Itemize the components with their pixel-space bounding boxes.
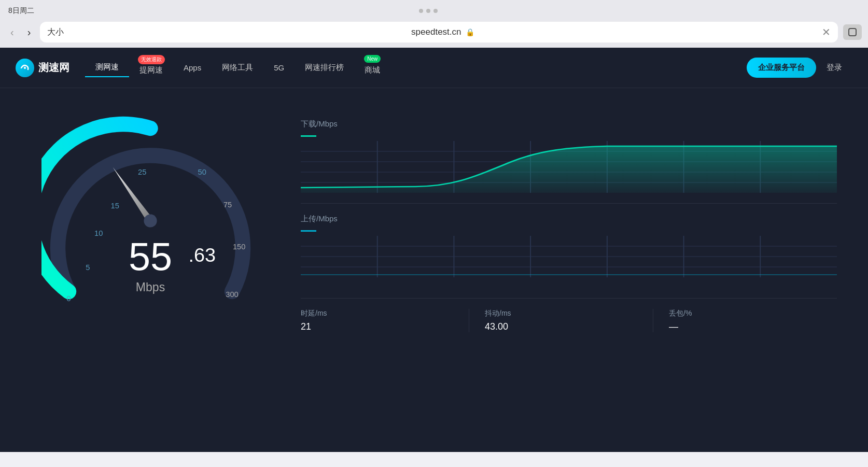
svg-text:10: 10 [94,229,103,237]
site-logo[interactable]: 测速网 [16,59,69,77]
latency-value: 21 [301,321,453,332]
upload-line-indicator [301,230,316,232]
status-bar: 8日周二 placeholder [0,4,868,19]
download-section: 下载/Mbps [301,109,837,204]
forward-button[interactable]: › [23,25,35,39]
nav-item-apps[interactable]: Apps [173,59,212,76]
latency-stat: 时延/ms 21 [301,309,469,332]
badge-invalid-refund: 无效退款 [138,55,165,64]
login-button[interactable]: 登录 [816,59,852,77]
close-button[interactable]: ✕ [822,26,831,38]
nav-item-ranking[interactable]: 网速排行榜 [295,59,354,77]
nav-item-improve[interactable]: 无效退款 提网速 [129,56,173,79]
svg-text:15: 15 [111,201,119,209]
logo-icon [16,59,34,77]
dot-3 [433,9,438,13]
jitter-value: 43.00 [485,321,637,332]
speedometer: 0 5 10 15 25 50 75 150 300 55 .63 Mbps [41,112,259,330]
back-button[interactable]: ‹ [6,25,18,39]
jitter-stat: 抖动/ms 43.00 [469,309,653,332]
nav-item-5g[interactable]: 5G [263,59,295,76]
address-bar[interactable]: 大小 speedtest.cn 🔒 ✕ [40,22,838,43]
svg-rect-0 [849,29,856,36]
address-left-text: 大小 [47,27,64,38]
nav-item-tools[interactable]: 网络工具 [212,59,263,77]
lock-icon: 🔒 [466,28,474,36]
site-nav: 测速网 测网速 无效退款 提网速 Apps 网络工具 5G 网速排行榜 [0,48,868,88]
download-line-indicator [301,135,316,137]
download-chart [301,141,837,193]
packetloss-value: — [669,321,821,332]
svg-text:75: 75 [223,200,232,208]
svg-point-1 [24,67,26,69]
dot-1 [419,9,423,13]
svg-text:300: 300 [226,290,239,299]
nav-item-speedtest[interactable]: 测网速 [85,58,129,77]
url-display: speedtest.cn 🔒 [68,27,818,37]
svg-text:.63: .63 [189,244,216,265]
svg-text:150: 150 [233,242,246,250]
upload-label: 上传/Mbps [301,214,837,224]
svg-text:55: 55 [129,234,172,278]
stats-row: 时延/ms 21 抖动/ms 43.00 丢包/% — [301,299,837,332]
speedometer-svg: 0 5 10 15 25 50 75 150 300 55 .63 Mbps [41,112,259,330]
upload-section: 上传/Mbps [301,204,837,299]
svg-text:25: 25 [138,167,146,176]
speedtest-main: 0 5 10 15 25 50 75 150 300 55 .63 Mbps 下… [0,88,868,353]
download-label: 下载/Mbps [301,119,837,129]
jitter-label: 抖动/ms [485,309,637,318]
packetloss-label: 丢包/% [669,309,821,318]
upload-chart [301,236,837,288]
packetloss-stat: 丢包/% — [653,309,837,332]
nav-item-mall[interactable]: New 商城 [354,56,390,79]
browser-dots [34,9,822,13]
svg-text:5: 5 [86,263,90,271]
website-content: 测速网 测网速 无效退款 提网速 Apps 网络工具 5G 网速排行榜 [0,48,868,452]
svg-text:0: 0 [66,294,71,303]
svg-marker-2 [110,165,153,222]
svg-text:50: 50 [198,167,206,176]
tabs-icon [848,27,857,37]
logo-text: 测速网 [38,61,69,75]
dot-2 [426,9,430,13]
enterprise-cta-button[interactable]: 企业服务平台 [747,58,816,78]
nav-items: 测网速 无效退款 提网速 Apps 网络工具 5G 网速排行榜 New 商城 [85,56,747,79]
date-label: 8日周二 [8,6,34,16]
browser-nav-bar: ‹ › 大小 speedtest.cn 🔒 ✕ [0,19,868,48]
charts-area: 下载/Mbps [301,109,837,332]
latency-label: 时延/ms [301,309,453,318]
browser-chrome: 8日周二 placeholder ‹ › 大小 speedtest.cn 🔒 ✕ [0,0,868,48]
badge-new: New [364,55,381,63]
svg-text:Mbps: Mbps [136,280,165,294]
tabs-button[interactable] [843,24,862,40]
